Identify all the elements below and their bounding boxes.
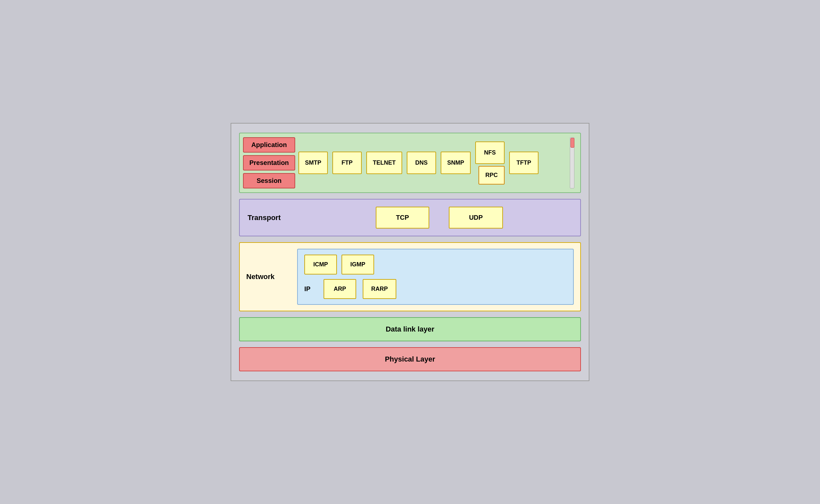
rpc-box: RPC bbox=[479, 166, 505, 185]
app-protocols-row: SMTP FTP TELNET DNS SNMP NFS RPC TFTP bbox=[298, 137, 567, 188]
scrollbar-track bbox=[570, 137, 574, 188]
physical-label: Physical Layer bbox=[385, 355, 435, 363]
nfs-box: NFS bbox=[475, 141, 505, 164]
data-link-layer-block: Data link layer bbox=[239, 317, 581, 341]
app-layer-labels: Application Presentation Session bbox=[243, 137, 295, 188]
scrollbar-thumb bbox=[571, 138, 574, 148]
physical-layer-block: Physical Layer bbox=[239, 347, 581, 371]
data-link-label: Data link layer bbox=[385, 325, 434, 334]
network-inner-box: ICMP IGMP IP ARP RARP bbox=[297, 249, 574, 305]
nfs-rpc-group: NFS RPC bbox=[475, 141, 505, 185]
smtp-box: SMTP bbox=[298, 152, 328, 174]
dns-box: DNS bbox=[407, 152, 436, 174]
transport-label: Transport bbox=[247, 214, 300, 222]
transport-protocols-row: TCP UDP bbox=[306, 207, 573, 229]
session-label: Session bbox=[243, 173, 295, 188]
telnet-box: TELNET bbox=[366, 152, 402, 174]
udp-box: UDP bbox=[449, 207, 503, 229]
tcp-box: TCP bbox=[376, 207, 429, 229]
ip-label: IP bbox=[304, 285, 317, 293]
ftp-box: FTP bbox=[332, 152, 362, 174]
transport-layer-block: Transport TCP UDP bbox=[239, 199, 581, 236]
network-layer-block: Network ICMP IGMP IP ARP RARP bbox=[239, 242, 581, 311]
arp-box: ARP bbox=[323, 279, 356, 299]
network-label: Network bbox=[246, 273, 292, 281]
application-label: Application bbox=[243, 137, 295, 153]
presentation-label: Presentation bbox=[243, 155, 295, 170]
snmp-box: SNMP bbox=[441, 152, 471, 174]
app-layer-block: Application Presentation Session SMTP FT… bbox=[239, 133, 581, 193]
icmp-box: ICMP bbox=[304, 255, 337, 274]
app-layer-scrollbar[interactable] bbox=[570, 137, 576, 188]
rarp-box: RARP bbox=[363, 279, 396, 299]
osi-diagram: Application Presentation Session SMTP FT… bbox=[231, 123, 589, 381]
network-top-row: ICMP IGMP bbox=[304, 255, 567, 274]
tftp-box: TFTP bbox=[509, 152, 539, 174]
network-bottom-row: IP ARP RARP bbox=[304, 279, 567, 299]
igmp-box: IGMP bbox=[341, 255, 374, 274]
